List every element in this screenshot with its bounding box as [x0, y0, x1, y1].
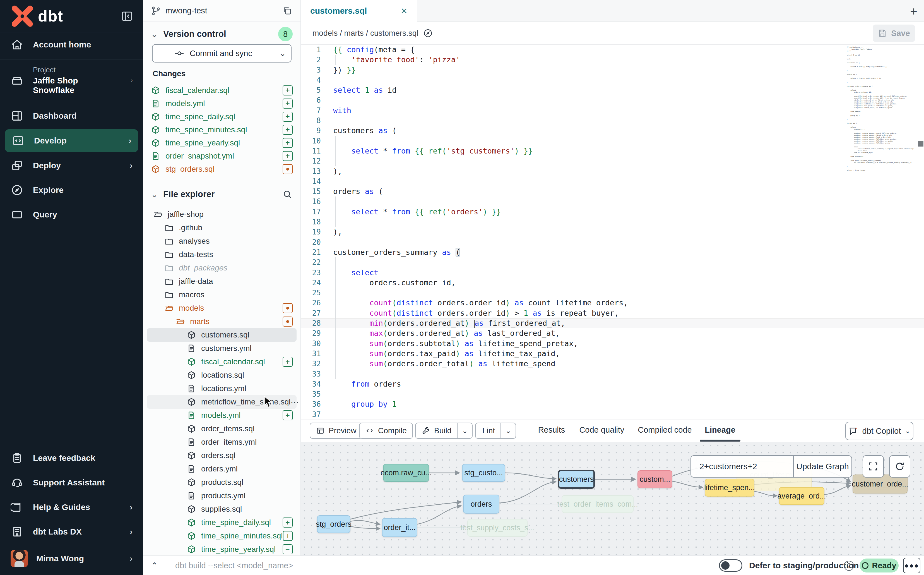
commit-options-chevron[interactable]: ⌄ [274, 44, 291, 62]
tree-item-fiscal-calendar-sql[interactable]: fiscal_calendar.sql+ [147, 355, 296, 369]
sidebar-item-dashboard[interactable]: Dashboard [0, 103, 143, 128]
code-line[interactable]: 6 [301, 95, 924, 105]
build-button[interactable]: Build ⌄ [415, 423, 472, 439]
sidebar-item-query[interactable]: Query [0, 202, 143, 227]
change-item[interactable]: time_spine_yearly.sql+ [143, 136, 301, 149]
copy-icon[interactable] [282, 6, 293, 16]
lineage-node-stg-orders[interactable]: stg_orders [317, 515, 350, 533]
tree-item-metricflow-time-spine-sql[interactable]: metricflow_time_spine.sql⋯ [147, 395, 296, 409]
close-tab-icon[interactable]: ✕ [401, 6, 407, 16]
tree-item-order-items-yml[interactable]: order_items.yml [147, 435, 296, 449]
user-menu[interactable]: Mirna Wong › [0, 544, 143, 575]
code-line[interactable]: 18 [301, 217, 924, 227]
tree-item-time-spine-minutes-sql[interactable]: time_spine_minutes.sql+ [147, 529, 296, 543]
code-line[interactable]: 14 [301, 176, 924, 186]
code-line[interactable]: 8 [301, 116, 924, 125]
sidebar-item-develop[interactable]: Develop› [5, 129, 138, 152]
lint-button[interactable]: Lint ⌄ [475, 423, 516, 439]
tree-item-locations-yml[interactable]: locations.yml [147, 382, 296, 395]
tree-item-marts[interactable]: marts [147, 315, 296, 328]
collapse-sidebar-icon[interactable] [120, 10, 134, 22]
code-line[interactable]: 17 select * from {{ ref('orders') }} [301, 207, 924, 217]
build-options-chevron[interactable]: ⌄ [457, 423, 472, 438]
code-line[interactable]: 2 'favorite_food': 'pizza' [301, 55, 924, 65]
tree-item--github[interactable]: .github [147, 221, 296, 235]
code-line[interactable]: 4 [301, 75, 924, 85]
plus-badge[interactable]: + [283, 518, 293, 527]
tree-item-order-items-sql[interactable]: order_items.sql [147, 422, 296, 435]
added-badge[interactable]: + [283, 125, 293, 135]
preview-button[interactable]: Preview [310, 423, 363, 439]
sidebar-item-account-home[interactable]: Account home [0, 32, 143, 57]
code-editor[interactable]: 1{{ config(meta = {2 'favorite_food': 'p… [301, 44, 924, 419]
modified-badge[interactable] [283, 164, 293, 174]
change-item[interactable]: order_snapshot.yml+ [143, 149, 301, 162]
help-icon[interactable]: ? [844, 561, 854, 571]
lineage-node-ecom-raw-cu-[interactable]: ecom.raw_cu... [383, 464, 429, 482]
more-options-button[interactable]: ●●● [903, 558, 920, 573]
change-item[interactable]: fiscal_calendar.sql+ [143, 84, 301, 97]
lineage-node-test-order-items-com-[interactable]: test_order_items_com... [562, 495, 634, 513]
lineage-node-customers[interactable]: customers [558, 470, 595, 489]
results-tab-compiled-code[interactable]: Compiled code [638, 420, 692, 440]
tree-item-models-yml[interactable]: models.yml+ [147, 409, 296, 422]
lineage-node-custom-[interactable]: custom... [637, 470, 672, 488]
plus-badge[interactable]: + [283, 531, 293, 541]
code-line[interactable]: 5select 1 as id [301, 85, 924, 95]
update-graph-button[interactable]: Update Graph [793, 456, 851, 477]
tree-item-products-sql[interactable]: products.sql [147, 476, 296, 489]
code-line[interactable]: 26 count(distinct orders.order_id) as co… [301, 298, 924, 308]
code-line[interactable]: 33 [301, 369, 924, 379]
fullscreen-button[interactable] [863, 455, 884, 478]
expand-console-button[interactable]: ⌃ [143, 556, 166, 575]
sidebar-item-help-guides[interactable]: Help & Guides› [0, 495, 143, 519]
added-badge[interactable]: + [283, 151, 293, 161]
defer-toggle[interactable] [719, 559, 742, 572]
code-line[interactable]: 13), [301, 166, 924, 176]
tree-item-data-tests[interactable]: data-tests [147, 248, 296, 261]
sidebar-item-support-assistant[interactable]: Support Assistant [0, 470, 143, 495]
sidebar-item-project[interactable]: ProjectJaffle Shop Snowflake› [0, 62, 143, 99]
sidebar-item-deploy[interactable]: Deploy› [0, 153, 143, 178]
row-menu-icon[interactable]: ⋯ [291, 397, 300, 407]
code-line[interactable]: 31 sum(orders.tax_paid) as lifetime_tax_… [301, 349, 924, 359]
version-control-header[interactable]: ⌄ Version control 8 [143, 26, 301, 43]
lineage-node-test-supply-costs-s-[interactable]: test_supply_costs_s... [467, 519, 528, 537]
code-line[interactable]: 23 select [301, 268, 924, 278]
tree-item-products-yml[interactable]: products.yml [147, 489, 296, 502]
tree-item-time-spine-daily-sql[interactable]: time_spine_daily.sql+ [147, 516, 296, 529]
lint-options-chevron[interactable]: ⌄ [501, 423, 515, 438]
commit-and-sync-button[interactable]: Commit and sync ⌄ [152, 44, 292, 62]
results-tab-code-quality[interactable]: Code quality [579, 420, 624, 440]
dot-badge[interactable] [283, 316, 293, 327]
tree-item-dbt-packages[interactable]: dbt_packages [147, 261, 296, 275]
code-line[interactable]: 1{{ config(meta = { [301, 44, 924, 55]
code-line[interactable]: 27 count(distinct orders.order_id) > 1 a… [301, 308, 924, 318]
new-tab-icon[interactable]: + [910, 5, 917, 18]
code-line[interactable]: 30 sum(orders.subtotal) as lifetime_spen… [301, 338, 924, 349]
code-line[interactable]: 12 [301, 156, 924, 166]
code-line[interactable]: 19), [301, 227, 924, 237]
code-line[interactable]: 37 [301, 410, 924, 419]
code-line[interactable]: 15orders as ( [301, 186, 924, 197]
added-badge[interactable]: + [283, 98, 293, 109]
compass-icon[interactable] [423, 28, 433, 38]
code-line[interactable]: 20 [301, 237, 924, 247]
lineage-search-input[interactable]: 2+customers+2 [691, 456, 793, 477]
code-line[interactable]: 28 min(orders.ordered_at) as first_order… [301, 318, 924, 328]
sidebar-item-leave-feedback[interactable]: Leave feedback [0, 446, 143, 470]
lineage-node-orders[interactable]: orders [463, 495, 499, 514]
compile-button[interactable]: Compile [359, 423, 413, 439]
change-item[interactable]: models.yml+ [143, 97, 301, 110]
plus-badge[interactable]: + [283, 357, 293, 367]
added-badge[interactable]: + [283, 112, 293, 122]
dbt-copilot-button[interactable]: dbt Copilot ⌄ [845, 422, 913, 440]
code-line[interactable]: 36 group by 1 [301, 399, 924, 409]
tree-item-supplies-sql[interactable]: supplies.sql [147, 502, 296, 516]
tree-item-orders-yml[interactable]: orders.yml [147, 462, 296, 476]
command-input[interactable]: dbt build --select <model_name> [175, 556, 293, 575]
editor-scrollbar[interactable] [918, 141, 924, 146]
code-line[interactable]: 21customer_orders_summary as ( [301, 247, 924, 257]
results-tab-results[interactable]: Results [538, 420, 565, 440]
code-line[interactable]: 25 [301, 288, 924, 298]
